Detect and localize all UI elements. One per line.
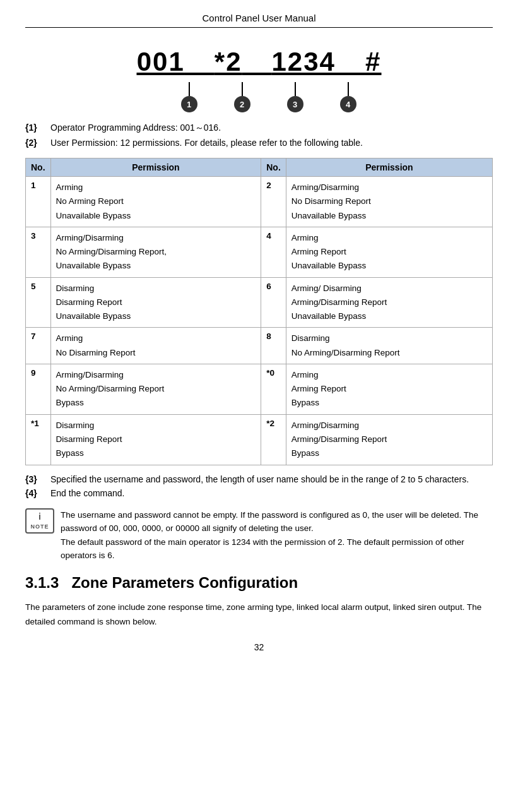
cell-no-3: 3 (26, 227, 51, 277)
code-part-3: 1234 (272, 47, 336, 76)
note-item-2: {2} User Permission: 12 permissions. For… (25, 138, 493, 148)
note-line-1: The username and password cannot be empt… (61, 510, 478, 534)
arrow-2: 2 (234, 82, 250, 112)
table-row: 9Arming/DisarmingNo Arming/Disarming Rep… (26, 364, 493, 414)
arrow-1: 1 (181, 82, 197, 112)
note-icon: i NOTE (25, 508, 54, 534)
note-label-1: {1} (25, 122, 44, 134)
cell-no-2: 2 (261, 177, 286, 227)
permissions-table: No. Permission No. Permission 1ArmingNo … (25, 158, 493, 465)
col-perm1: Permission (50, 158, 261, 177)
cell-no-10: *0 (261, 364, 286, 414)
section-heading: 3.1.3 Zone Parameters Configuration (25, 574, 493, 592)
table-header-row: No. Permission No. Permission (26, 158, 493, 177)
cell-perm-10: ArmingArming ReportBypass (286, 364, 492, 414)
bottom-note-text-3: Specified the username and password, the… (50, 474, 469, 484)
code-arrows: 1 2 3 4 (44, 82, 493, 112)
cell-no-6: 6 (261, 277, 286, 328)
code-part-4: # (365, 47, 381, 76)
note-text-2: User Permission: 12 permissions. For det… (50, 138, 363, 148)
intro-notes: {1} Operator Programming Address: 001～01… (25, 122, 493, 148)
section-title: Zone Parameters Configuration (71, 574, 298, 591)
bottom-notes: {3} Specified the username and password,… (25, 474, 493, 498)
table-row: 7ArmingNo Disarming Report8DisarmingNo A… (26, 328, 493, 364)
cell-perm-7: ArmingNo Disarming Report (50, 328, 261, 364)
page-title: Control Panel User Manual (25, 13, 493, 28)
cell-no-9: 9 (26, 364, 51, 414)
note-label-2: {2} (25, 138, 44, 148)
cell-perm-9: Arming/DisarmingNo Arming/Disarming Repo… (50, 364, 261, 414)
cell-no-12: *2 (261, 414, 286, 465)
table-row: *1DisarmingDisarming ReportBypass*2Armin… (26, 414, 493, 465)
section-number: 3.1.3 (25, 574, 59, 591)
bottom-note-4: {4} End the command. (25, 488, 493, 498)
table-row: 5DisarmingDisarming ReportUnavailable By… (26, 277, 493, 328)
bottom-note-text-4: End the command. (50, 488, 125, 498)
note-box-text: The username and password cannot be empt… (61, 508, 493, 563)
code-part-1: 001 (137, 47, 185, 76)
note-item-1: {1} Operator Programming Address: 001～01… (25, 122, 493, 134)
col-no1: No. (26, 158, 51, 177)
cell-no-7: 7 (26, 328, 51, 364)
note-box: i NOTE The username and password cannot … (25, 508, 493, 563)
code-part-2: *2 (215, 47, 242, 76)
cell-perm-4: ArmingArming ReportUnavailable Bypass (286, 227, 492, 277)
circle-2: 2 (234, 96, 250, 112)
col-no2: No. (261, 158, 286, 177)
bottom-note-3: {3} Specified the username and password,… (25, 474, 493, 484)
circle-1: 1 (181, 96, 197, 112)
code-display: 001 *2 1234 # (25, 47, 493, 77)
bottom-note-label-3: {3} (25, 474, 44, 484)
arrow-4: 4 (340, 82, 356, 112)
cell-perm-12: Arming/DisarmingArming/Disarming ReportB… (286, 414, 492, 465)
circle-3: 3 (287, 96, 303, 112)
cell-perm-3: Arming/DisarmingNo Arming/Disarming Repo… (50, 227, 261, 277)
table-row: 1ArmingNo Arming ReportUnavailable Bypas… (26, 177, 493, 227)
cell-perm-2: Arming/DisarmingNo Disarming ReportUnava… (286, 177, 492, 227)
cell-perm-8: DisarmingNo Arming/Disarming Report (286, 328, 492, 364)
cell-no-8: 8 (261, 328, 286, 364)
cell-perm-11: DisarmingDisarming ReportBypass (50, 414, 261, 465)
bottom-note-label-4: {4} (25, 488, 44, 498)
cell-perm-5: DisarmingDisarming ReportUnavailable Byp… (50, 277, 261, 328)
page-number: 32 (25, 642, 493, 652)
table-row: 3Arming/DisarmingNo Arming/Disarming Rep… (26, 227, 493, 277)
cell-perm-1: ArmingNo Arming ReportUnavailable Bypass (50, 177, 261, 227)
cell-no-5: 5 (26, 277, 51, 328)
arrow-3: 3 (287, 82, 303, 112)
note-text-1: Operator Programming Address: 001～016. (50, 122, 221, 134)
circle-4: 4 (340, 96, 356, 112)
cell-no-1: 1 (26, 177, 51, 227)
note-line-2: The default password of the main operato… (61, 537, 464, 561)
cell-no-11: *1 (26, 414, 51, 465)
bottom-paragraph: The parameters of zone include zone resp… (25, 600, 493, 630)
col-perm2: Permission (286, 158, 492, 177)
cell-no-4: 4 (261, 227, 286, 277)
cell-perm-6: Arming/ DisarmingArming/Disarming Report… (286, 277, 492, 328)
